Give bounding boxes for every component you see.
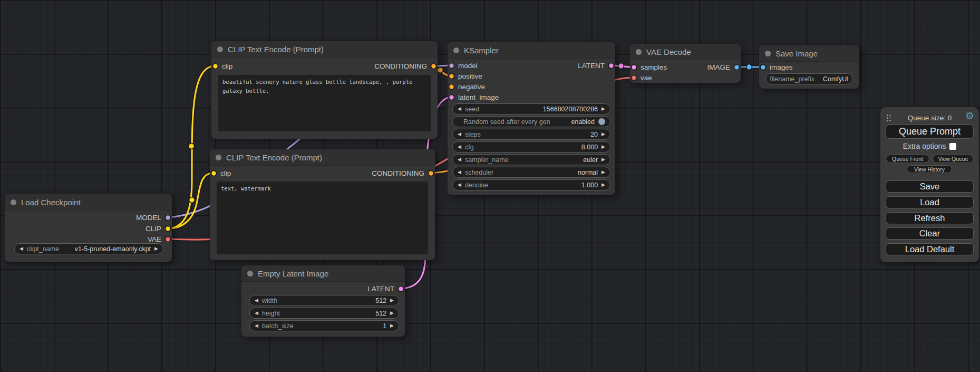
save-button[interactable]: Save bbox=[886, 180, 974, 193]
toggle-circle-icon[interactable] bbox=[598, 118, 605, 125]
increment-arrow-icon[interactable]: ▶ bbox=[390, 311, 394, 316]
node-ksampler[interactable]: KSampler model positive negative latent_… bbox=[448, 42, 615, 195]
widget-steps[interactable]: ◀ steps 20 ▶ bbox=[452, 129, 610, 140]
load-button[interactable]: Load bbox=[886, 196, 974, 208]
widget-ckpt-name[interactable]: ◀ ckpt_name v1-5-pruned-emaonly.ckpt ▶ bbox=[14, 243, 163, 254]
widget-denoise[interactable]: ◀ denoise 1.000 ▶ bbox=[452, 179, 610, 190]
widget-scheduler[interactable]: ◀ scheduler normal ▶ bbox=[452, 167, 610, 178]
model-port-dot-icon[interactable] bbox=[164, 214, 171, 221]
conditioning-port-dot-icon[interactable] bbox=[428, 170, 434, 177]
node-clip-text-encode-positive[interactable]: CLIP Text Encode (Prompt) clip CONDITION… bbox=[211, 41, 438, 139]
output-port-clip[interactable]: CLIP bbox=[145, 224, 171, 233]
collapse-dot-icon[interactable] bbox=[247, 271, 253, 276]
increment-arrow-icon[interactable]: ▶ bbox=[601, 183, 605, 187]
increment-arrow-icon[interactable]: ▶ bbox=[601, 107, 605, 111]
node-empty-latent-image[interactable]: Empty Latent Image LATENT ◀ width 512 ▶ … bbox=[241, 265, 405, 337]
input-port-clip[interactable]: clip bbox=[210, 169, 231, 177]
increment-arrow-icon[interactable]: ▶ bbox=[601, 170, 605, 175]
load-default-button[interactable]: Load Default bbox=[886, 243, 974, 255]
output-port-image[interactable]: IMAGE bbox=[707, 63, 740, 71]
node-title-bar[interactable]: VAE Decode bbox=[630, 44, 741, 60]
output-port-latent[interactable]: LATENT bbox=[367, 284, 404, 293]
widget-seed[interactable]: ◀ seed 156680208700286 ▶ bbox=[452, 103, 610, 115]
vae-port-dot-icon[interactable] bbox=[164, 236, 171, 243]
positive-prompt-textarea[interactable]: beautiful scenery nature glass bottle la… bbox=[218, 75, 431, 131]
decrement-arrow-icon[interactable]: ◀ bbox=[458, 145, 461, 149]
decrement-arrow-icon[interactable]: ◀ bbox=[458, 107, 461, 111]
collapse-dot-icon[interactable] bbox=[11, 199, 16, 205]
decrement-arrow-icon[interactable]: ◀ bbox=[458, 170, 461, 175]
decrement-arrow-icon[interactable]: ◀ bbox=[255, 298, 258, 303]
conditioning-port-dot-icon[interactable] bbox=[448, 83, 455, 90]
node-vae-decode[interactable]: VAE Decode samples vae IMAGE bbox=[630, 44, 741, 83]
input-port-images[interactable]: images bbox=[760, 63, 793, 71]
increment-arrow-icon[interactable]: ▶ bbox=[601, 157, 605, 162]
widget-filename-prefix[interactable]: filename_prefix ComfyUI bbox=[765, 73, 853, 84]
decrement-arrow-icon[interactable]: ◀ bbox=[458, 157, 461, 162]
collapse-dot-icon[interactable] bbox=[217, 46, 223, 52]
refresh-button[interactable]: Refresh bbox=[886, 212, 974, 224]
widget-sampler-name[interactable]: ◀ sampler_name euler ▶ bbox=[452, 154, 610, 165]
conditioning-port-dot-icon[interactable] bbox=[430, 63, 437, 70]
increment-arrow-icon[interactable]: ▶ bbox=[601, 145, 605, 149]
decrement-arrow-icon[interactable]: ◀ bbox=[255, 323, 258, 328]
clip-port-dot-icon[interactable] bbox=[164, 225, 171, 232]
widget-width[interactable]: ◀ width 512 ▶ bbox=[249, 295, 399, 306]
node-title-bar[interactable]: Save Image bbox=[759, 45, 859, 62]
node-graph-canvas[interactable]: Load Checkpoint MODEL CLIP VAE ◀ ckpt_na… bbox=[0, 0, 980, 372]
decrement-arrow-icon[interactable]: ◀ bbox=[458, 132, 461, 137]
output-port-conditioning[interactable]: CONDITIONING bbox=[374, 62, 437, 70]
collapse-dot-icon[interactable] bbox=[453, 47, 459, 53]
output-port-latent[interactable]: LATENT bbox=[578, 61, 615, 70]
input-port-vae[interactable]: vae bbox=[630, 73, 652, 82]
model-port-dot-icon[interactable] bbox=[448, 62, 455, 69]
node-save-image[interactable]: Save Image images filename_prefix ComfyU… bbox=[759, 45, 859, 89]
view-history-button[interactable]: View History bbox=[907, 165, 952, 173]
input-port-positive[interactable]: positive bbox=[448, 72, 482, 80]
image-port-dot-icon[interactable] bbox=[733, 64, 740, 71]
input-port-model[interactable]: model bbox=[448, 61, 478, 70]
node-title-bar[interactable]: Empty Latent Image bbox=[241, 265, 405, 282]
latent-port-dot-icon[interactable] bbox=[630, 64, 637, 71]
widget-random-seed-toggle[interactable]: Random seed after every gen enabled bbox=[452, 116, 610, 127]
clip-port-dot-icon[interactable] bbox=[212, 63, 219, 70]
image-port-dot-icon[interactable] bbox=[760, 64, 766, 71]
node-title-bar[interactable]: CLIP Text Encode (Prompt) bbox=[210, 149, 435, 166]
latent-port-dot-icon[interactable] bbox=[608, 62, 615, 69]
node-clip-text-encode-negative[interactable]: CLIP Text Encode (Prompt) clip CONDITION… bbox=[210, 149, 435, 260]
increment-arrow-icon[interactable]: ▶ bbox=[601, 132, 605, 137]
output-port-conditioning[interactable]: CONDITIONING bbox=[372, 169, 434, 177]
increment-arrow-icon[interactable]: ▶ bbox=[390, 323, 394, 328]
queue-prompt-button[interactable]: Queue Prompt bbox=[886, 125, 974, 139]
clear-button[interactable]: Clear bbox=[886, 227, 974, 240]
decrement-arrow-icon[interactable]: ◀ bbox=[255, 311, 258, 316]
drag-handle-icon[interactable] bbox=[886, 114, 891, 121]
output-port-vae[interactable]: VAE bbox=[148, 235, 171, 243]
negative-prompt-textarea[interactable]: text, watermark bbox=[217, 182, 428, 254]
node-title-bar[interactable]: CLIP Text Encode (Prompt) bbox=[211, 41, 438, 58]
decrement-arrow-icon[interactable]: ◀ bbox=[20, 246, 23, 251]
input-port-clip[interactable]: clip bbox=[212, 62, 232, 70]
queue-front-button[interactable]: Queue Front bbox=[886, 155, 929, 163]
output-port-model[interactable]: MODEL bbox=[136, 213, 171, 222]
input-port-latent-image[interactable]: latent_image bbox=[448, 93, 499, 101]
widget-height[interactable]: ◀ height 512 ▶ bbox=[249, 308, 399, 319]
input-port-samples[interactable]: samples bbox=[630, 63, 667, 71]
view-queue-button[interactable]: View Queue bbox=[933, 155, 974, 163]
conditioning-port-dot-icon[interactable] bbox=[448, 73, 455, 80]
decrement-arrow-icon[interactable]: ◀ bbox=[458, 183, 461, 187]
extra-options-checkbox[interactable] bbox=[949, 143, 956, 150]
node-title-bar[interactable]: Load Checkpoint bbox=[5, 194, 172, 211]
settings-gear-icon[interactable]: ⚙ bbox=[965, 111, 974, 121]
collapse-dot-icon[interactable] bbox=[765, 51, 771, 56]
widget-cfg[interactable]: ◀ cfg 8.000 ▶ bbox=[452, 141, 610, 152]
increment-arrow-icon[interactable]: ▶ bbox=[154, 246, 158, 251]
node-load-checkpoint[interactable]: Load Checkpoint MODEL CLIP VAE ◀ ckpt_na… bbox=[5, 194, 172, 262]
collapse-dot-icon[interactable] bbox=[636, 49, 642, 55]
vae-port-dot-icon[interactable] bbox=[630, 74, 637, 81]
latent-port-dot-icon[interactable] bbox=[397, 285, 404, 292]
node-title-bar[interactable]: KSampler bbox=[448, 42, 615, 59]
latent-port-dot-icon[interactable] bbox=[448, 94, 455, 101]
increment-arrow-icon[interactable]: ▶ bbox=[390, 298, 394, 303]
clip-port-dot-icon[interactable] bbox=[210, 170, 217, 177]
